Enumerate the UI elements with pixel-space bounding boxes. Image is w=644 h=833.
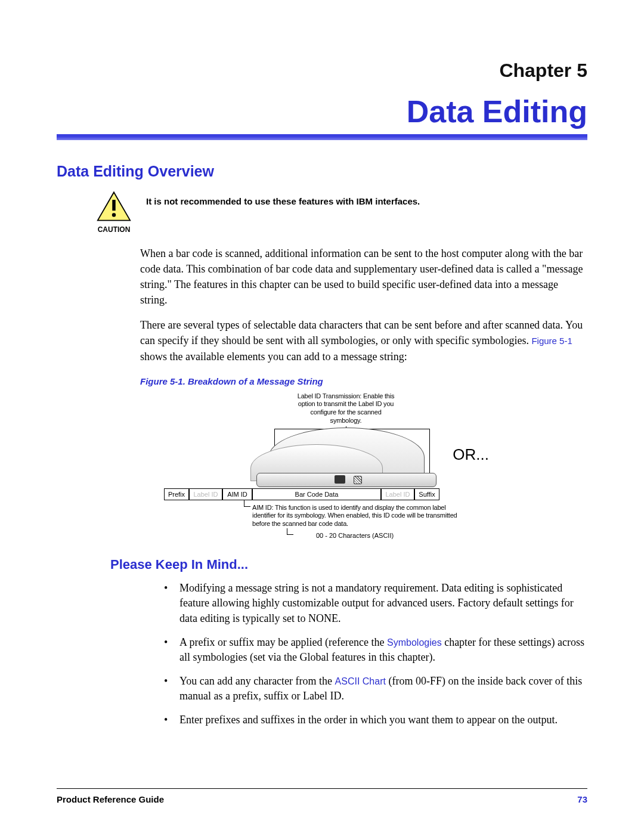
figure-aimid-note: AIM ID: This function is used to identif…: [252, 504, 464, 528]
caution-label: CAUTION: [92, 225, 135, 234]
para2-text-b: shows the available elements you can add…: [140, 351, 407, 363]
cell-barcode-data: Bar Code Data: [252, 488, 381, 500]
figure-caption: Figure 5-1. Breakdown of a Message Strin…: [140, 376, 587, 386]
bullet-text-pre: You can add any character from the: [179, 675, 335, 687]
title-divider: [57, 134, 587, 140]
svg-point-2: [112, 213, 116, 216]
bullet-text-pre: A prefix or suffix may be applied (refer…: [179, 636, 387, 648]
footer-guide-title: Product Reference Guide: [57, 794, 164, 804]
bullet-text: Enter prefixes and suffixes in the order…: [179, 714, 558, 726]
cell-labelid-1: Label ID: [189, 488, 222, 500]
figure-labelid-note: Label ID Transmission: Enable this optio…: [295, 392, 397, 425]
caution-text: It is not recommended to use these featu…: [146, 191, 420, 208]
cell-labelid-2: Label ID: [381, 488, 414, 500]
footer-divider: [57, 788, 587, 789]
scanner-illustration: OR...: [239, 428, 453, 487]
page-number: 73: [577, 794, 587, 804]
overview-paragraph-2: There are several types of selectable da…: [140, 317, 587, 364]
list-item: Enter prefixes and suffixes in the order…: [164, 713, 587, 728]
cell-prefix: Prefix: [164, 488, 189, 500]
figure-message-string: Label ID Transmission: Enable this optio…: [164, 392, 528, 539]
ascii-chart-link[interactable]: ASCII Chart: [335, 676, 386, 686]
caution-block: CAUTION It is not recommended to use the…: [92, 191, 587, 234]
figure-reference-link[interactable]: Figure 5-1: [531, 336, 572, 346]
keepinmind-list: Modifying a message string is not a mand…: [164, 581, 587, 727]
bullet-text: Modifying a message string is not a mand…: [179, 582, 574, 624]
symbologies-link[interactable]: Symbologies: [387, 637, 442, 648]
svg-rect-1: [112, 200, 115, 210]
figure-or-label: OR...: [453, 445, 489, 464]
chapter-number: Chapter 5: [57, 60, 587, 82]
caution-icon: [97, 213, 131, 224]
chapter-title: Data Editing: [57, 94, 587, 129]
overview-paragraph-1: When a bar code is scanned, additional i…: [140, 246, 587, 308]
message-string-row: Prefix Label ID AIM ID Bar Code Data Lab…: [164, 488, 528, 500]
section-heading-overview: Data Editing Overview: [57, 163, 587, 180]
para2-text-a: There are several types of selectable da…: [140, 319, 583, 346]
list-item: Modifying a message string is not a mand…: [164, 581, 587, 627]
cell-suffix: Suffix: [414, 488, 439, 500]
list-item: You can add any character from the ASCII…: [164, 674, 587, 704]
list-item: A prefix or suffix may be applied (refer…: [164, 635, 587, 665]
cell-aimid: AIM ID: [222, 488, 252, 500]
section-heading-keepinmind: Please Keep In Mind...: [110, 557, 587, 572]
figure-ascii-note: 00 - 20 Characters (ASCII): [295, 532, 414, 539]
